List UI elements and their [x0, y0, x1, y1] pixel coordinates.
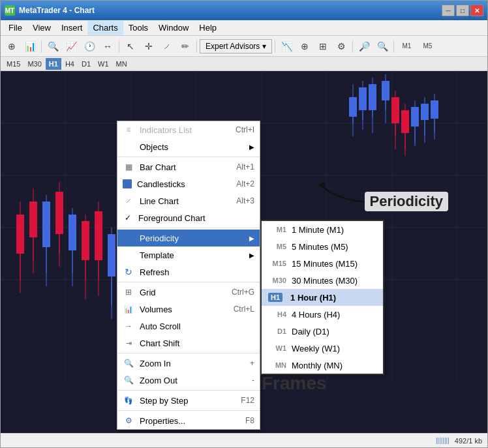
menu-item-volumes[interactable]: 📊 Volumes Ctrl+L: [117, 301, 260, 318]
volumes-icon: 📊: [123, 303, 134, 315]
grid-shortcut: Ctrl+G: [232, 288, 254, 297]
menu-item-grid[interactable]: ⊞ Grid Ctrl+G: [117, 284, 260, 301]
menu-file[interactable]: File: [3, 21, 27, 35]
period-w1-code: W1: [268, 344, 286, 352]
auto-scroll-label: Auto Scroll: [140, 321, 181, 331]
menu-item-refresh[interactable]: ↻ Refresh: [117, 263, 260, 280]
zoom-out-icon: 🔍: [123, 374, 134, 386]
indicators-list-icon: ≡: [123, 124, 134, 136]
titlebar-left: MT MetaTrader 4 - Chart: [5, 5, 95, 16]
tf-m30[interactable]: M30: [24, 58, 44, 70]
menu-item-chart-shift[interactable]: ⇥ Chart Shift: [117, 335, 260, 351]
toolbar-sep-5: [352, 40, 353, 53]
expert-advisors-btn[interactable]: Expert Advisors ▾: [200, 39, 272, 53]
period-w1[interactable]: W1 Weekly (W1): [262, 340, 383, 357]
menu-item-template[interactable]: Template ▶: [117, 246, 260, 263]
menu-item-objects[interactable]: Objects ▶: [117, 138, 260, 155]
tf-d1[interactable]: D1: [78, 58, 94, 70]
toolbar: ⊕ 📊 🔍 📈 🕐 ↔ ↖ ✛ ⟋ ✏ Expert Advisors ▾ 📉 …: [1, 36, 487, 57]
period-m15[interactable]: M15 15 Minutes (M15): [262, 255, 383, 272]
period-d1-code: D1: [268, 327, 286, 335]
menu-item-zoom-in[interactable]: 🔍 Zoom In +: [117, 355, 260, 372]
menu-item-properties[interactable]: ⚙ Properties... F8: [117, 412, 260, 429]
menu-item-line-chart[interactable]: ⟋ Line Chart Alt+3: [117, 192, 260, 209]
crosshair-btn[interactable]: ✛: [140, 38, 157, 54]
menu-item-candlesticks[interactable]: Candlesticks Alt+2: [117, 175, 260, 192]
menu-item-auto-scroll[interactable]: → Auto Scroll: [117, 318, 260, 335]
tf-h4[interactable]: H4: [62, 58, 78, 70]
period-m1[interactable]: M1 1 Minute (M1): [262, 221, 383, 238]
line-btn[interactable]: ⟋: [159, 38, 175, 54]
toolbar-sep-2: [119, 40, 119, 53]
foreground-chart-check-icon: ✓: [123, 213, 133, 222]
menu-view[interactable]: View: [27, 21, 56, 35]
expert-advisors-label: Expert Advisors: [206, 42, 260, 51]
maximize-button[interactable]: □: [456, 5, 469, 16]
period-m5[interactable]: M5 5 Minutes (M5): [262, 238, 383, 255]
svg-rect-60: [108, 234, 115, 276]
zoom-chart-btn[interactable]: ⊕: [296, 38, 313, 54]
tf-m15[interactable]: M15: [3, 58, 23, 70]
indicators-list-label: Indicators List: [140, 125, 192, 135]
svg-rect-18: [369, 84, 376, 110]
period-mn[interactable]: MN Monthly (MN): [262, 357, 383, 374]
menu-item-foreground-chart[interactable]: ✓ Foreground Chart: [117, 209, 260, 226]
indicator-btn[interactable]: 📈: [63, 38, 80, 54]
tf-w1[interactable]: W1: [95, 58, 112, 70]
line-chart-icon: ⟋: [123, 195, 134, 207]
menu-tools[interactable]: Tools: [123, 21, 153, 35]
menu-sep-6: [117, 410, 260, 411]
settings-btn[interactable]: ⚙: [333, 38, 350, 54]
period-m30-code: M30: [268, 276, 286, 284]
period-m1-label: 1 Minute (M1): [292, 225, 344, 235]
period-m1-btn[interactable]: M1: [397, 38, 416, 54]
scroll-btn[interactable]: ⊞: [314, 38, 331, 54]
period-d1[interactable]: D1 Daily (D1): [262, 323, 383, 340]
cursor-btn[interactable]: ↖: [122, 38, 139, 54]
toolbar-sep-4: [275, 40, 275, 53]
minimize-button[interactable]: ─: [442, 5, 455, 16]
menu-item-indicators-list[interactable]: ≡ Indicators List Ctrl+I: [117, 121, 260, 138]
template-arrow-icon: ▶: [249, 252, 254, 259]
chart-shift-icon: ⇥: [123, 337, 134, 349]
foreground-chart-label: Foreground Chart: [138, 213, 206, 223]
close-button[interactable]: ✕: [470, 5, 483, 16]
new-chart-btn[interactable]: ⊕: [3, 38, 20, 54]
period-m5-btn[interactable]: M5: [418, 38, 437, 54]
pen-btn[interactable]: ✏: [177, 38, 194, 54]
chart-type-btn[interactable]: 📊: [22, 38, 38, 54]
chart-indicator-btn[interactable]: 📉: [278, 38, 295, 54]
menu-item-periodicity[interactable]: Periodicity ▶: [117, 230, 260, 246]
menu-sep-4: [117, 353, 260, 353]
period-h4-label: 4 Hours (H4): [292, 310, 340, 320]
menu-item-bar-chart[interactable]: ▦ Bar Chart Alt+1: [117, 158, 260, 175]
svg-rect-27: [401, 110, 409, 133]
tf-mn[interactable]: MN: [113, 58, 130, 70]
zoom-out-shortcut: -: [252, 376, 254, 385]
toolbar-sep-3: [196, 40, 197, 53]
magnify-out-btn[interactable]: 🔍: [374, 38, 391, 54]
menu-insert[interactable]: Insert: [56, 21, 88, 35]
toolbar-sep-6: [393, 40, 394, 53]
tf-h1[interactable]: H1: [46, 58, 61, 70]
menu-item-zoom-out[interactable]: 🔍 Zoom Out -: [117, 372, 260, 389]
chart-area[interactable]: Chart Time Frames Periodicity ≡ Indicato…: [1, 71, 487, 433]
memory-usage: 492/1 kb: [455, 437, 482, 445]
period-btn[interactable]: 🕐: [81, 38, 98, 54]
menu-item-step-by-step[interactable]: 👣 Step by Step F12: [117, 392, 260, 409]
menubar: File View Insert Charts Tools Window Hel…: [1, 20, 487, 36]
period-h1[interactable]: H1 1 Hour (H1): [262, 289, 383, 306]
period-m30-label: 30 Minutes (M30): [292, 276, 358, 286]
menu-window[interactable]: Window: [153, 21, 194, 35]
volumes-shortcut: Ctrl+L: [234, 305, 254, 314]
menu-charts[interactable]: Charts: [87, 21, 123, 35]
menu-help[interactable]: Help: [194, 21, 222, 35]
refresh-icon: ↻: [123, 266, 134, 278]
periodicity-arrow-icon: ▶: [249, 235, 254, 242]
magnify-in-btn[interactable]: 🔎: [356, 38, 373, 54]
period-m30[interactable]: M30 30 Minutes (M30): [262, 272, 383, 289]
zoom-in-btn[interactable]: 🔍: [44, 38, 61, 54]
arrow-btn[interactable]: ↔: [99, 38, 116, 54]
period-h1-label: 1 Hour (H1): [290, 293, 336, 303]
period-h4[interactable]: H4 4 Hours (H4): [262, 306, 383, 323]
